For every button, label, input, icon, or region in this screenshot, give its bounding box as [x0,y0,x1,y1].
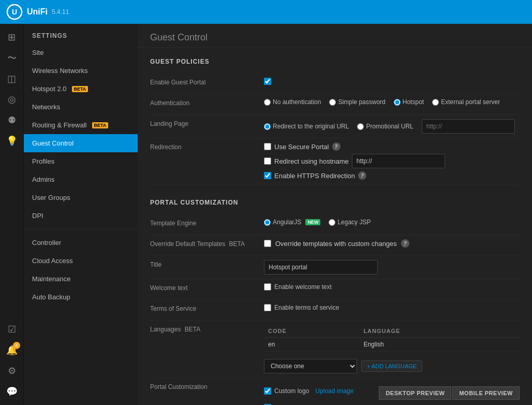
landing-original-label[interactable]: Redirect to the original URL [264,123,349,130]
enable-portal-content [264,78,520,85]
auth-simple-radio[interactable] [329,99,336,106]
enable-https-label: Enable HTTPS Redirection [274,172,355,180]
template-engine-row: Template Engine AngularJS NEW Legacy JSP [150,214,520,235]
landing-promo-label[interactable]: Promotional URL [357,123,413,130]
sidebar-item-user-groups[interactable]: User Groups [24,189,138,207]
terms-checkbox[interactable] [264,304,271,311]
landing-promo-radio[interactable] [357,123,364,130]
language-select[interactable]: Choose one [264,359,357,373]
sidebar-item-routing[interactable]: Routing & Firewall BETA [24,116,138,134]
auth-none-radio[interactable] [264,99,271,106]
nav-tasks[interactable]: ☑ [3,320,21,339]
nav-clients[interactable]: ⚉ [3,111,21,129]
nav-settings[interactable]: ⚙ [3,361,21,380]
welcome-text-checkbox[interactable] [264,283,271,291]
sidebar-item-wireless-networks[interactable]: Wireless Networks [24,62,138,80]
angular-label[interactable]: AngularJS NEW [264,219,320,226]
redirect-hostname-label: Redirect using hostname [274,157,349,165]
legacy-radio[interactable] [329,219,335,226]
nav-dashboard[interactable]: ⊞ [3,28,21,47]
enable-https-help-icon[interactable]: ? [358,171,366,180]
custom-logo-label[interactable]: Custom logo [264,387,309,395]
redirect-hostname-input[interactable] [352,154,445,168]
add-language-button[interactable]: + ADD LANGUAGE [361,360,422,372]
enable-https-checkbox[interactable] [264,172,271,179]
landing-original-radio[interactable] [264,123,271,130]
page-header: Guest Control [138,24,532,48]
desktop-preview-button[interactable]: DESKTOP PREVIEW [379,386,451,400]
welcome-text-content: Enable welcome text [264,283,520,291]
welcome-text-field-label: Welcome text [150,283,264,292]
nav-insights[interactable]: 💡 [3,132,21,150]
sidebar-item-site[interactable]: Site [24,44,138,62]
svg-text:U: U [12,8,17,16]
auth-simple-label[interactable]: Simple password [329,98,385,106]
sidebar-item-auto-backup[interactable]: Auto Backup [24,288,138,306]
routing-beta-badge: BETA [92,122,109,128]
custom-logo-checkbox[interactable] [264,387,271,395]
terms-checkbox-label[interactable]: Enable terms of service [264,304,339,311]
template-engine-options: AngularJS NEW Legacy JSP [264,219,520,226]
override-help-icon[interactable]: ? [401,239,409,248]
sidebar-item-profiles[interactable]: Profiles [24,152,138,170]
terms-row: Terms of Service Enable terms of service [150,300,520,321]
hotspot-beta-badge: BETA [72,86,88,92]
auth-none-label[interactable]: No authentication [264,98,321,106]
nav-alerts[interactable]: 🔔 4 [3,341,21,359]
sidebar-item-guest-control[interactable]: Guest Control [24,134,138,152]
main-content: Guest Control GUEST POLICIES Enable Gues… [138,24,532,405]
promotional-url-input[interactable] [422,119,515,134]
sidebar-item-dpi[interactable]: DPI [24,207,138,225]
language-row-en: en English [264,338,520,352]
app-logo: U UniFi 5.4.11 [6,4,69,20]
authentication-label: Authentication [150,98,264,107]
languages-row: Languages BETA CODE LANGUAGE [150,321,520,378]
ubiquiti-logo-icon: U [6,4,23,20]
sidebar-title: SETTINGS [24,24,138,44]
upload-logo-link[interactable]: Upload image [315,387,353,395]
angular-radio[interactable] [264,219,271,226]
nav-devices[interactable]: ◎ [3,90,21,109]
topbar: U UniFi 5.4.11 [0,0,532,24]
authentication-row: Authentication No authentication Simple … [150,94,520,115]
enable-portal-checkbox[interactable] [264,78,271,85]
sidebar: SETTINGS Site Wireless Networks Hotspot … [24,24,138,405]
enable-portal-label: Enable Guest Portal [150,78,264,86]
welcome-text-row: Welcome text Enable welcome text [150,279,520,300]
use-secure-help-icon[interactable]: ? [332,142,341,151]
languages-label: Languages BETA [150,325,264,333]
nav-chat[interactable]: 💬 [3,382,21,401]
enable-portal-row: Enable Guest Portal [150,74,520,94]
guest-policies-section: GUEST POLICIES Enable Guest Portal Authe… [150,58,520,184]
use-secure-checkbox[interactable] [264,143,271,150]
language-name-en: English [359,338,520,352]
legacy-label[interactable]: Legacy JSP [329,219,371,226]
auth-external-radio[interactable] [432,99,439,106]
mobile-preview-button[interactable]: MOBILE PREVIEW [452,386,520,400]
nav-map[interactable]: ◫ [3,69,21,88]
auth-hotspot-label[interactable]: Hotspot [394,98,424,106]
sidebar-item-hotspot[interactable]: Hotspot 2.0 BETA [24,80,138,98]
redirect-hostname-checkbox[interactable] [264,157,271,165]
sidebar-item-controller[interactable]: Controller [24,234,138,252]
code-header: CODE [264,325,359,338]
sidebar-item-admins[interactable]: Admins [24,170,138,189]
authentication-options: No authentication Simple password Hotspo… [264,98,520,106]
sidebar-item-cloud-access[interactable]: Cloud Access [24,252,138,270]
landing-page-row: Landing Page Redirect to the original UR… [150,115,520,138]
override-checkbox[interactable] [264,240,271,247]
icon-nav: ⊞ 〜 ◫ ◎ ⚉ 💡 ☑ 🔔 4 ⚙ 💬 [0,24,24,405]
portal-title-input[interactable] [264,260,378,274]
guest-policies-title: GUEST POLICIES [150,58,520,65]
redirection-content: Use Secure Portal ? Redirect using hostn… [264,142,520,180]
nav-stats[interactable]: 〜 [3,49,21,67]
sidebar-item-maintenance[interactable]: Maintenance [24,270,138,288]
auth-hotspot-radio[interactable] [394,99,401,106]
auth-external-label[interactable]: External portal server [432,98,500,106]
override-beta-badge: BETA [229,240,245,248]
portal-customization-row: Portal Customization Custom logo Upload … [150,378,520,405]
sidebar-item-networks[interactable]: Networks [24,98,138,116]
landing-page-label: Landing Page [150,119,264,127]
welcome-text-checkbox-label[interactable]: Enable welcome text [264,283,332,291]
portal-customization-field-label: Portal Customization [150,382,264,390]
